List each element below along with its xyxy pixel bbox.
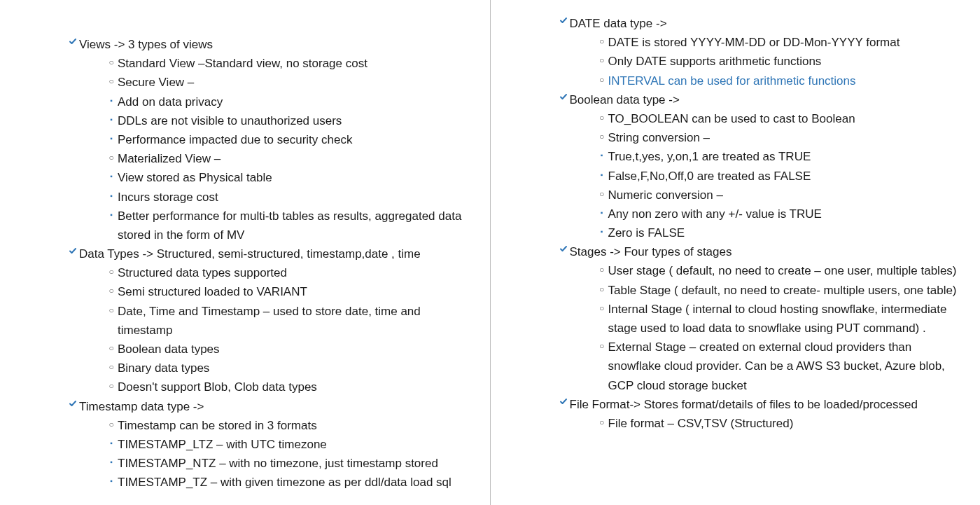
list-item-text: Performance impacted due to security che…	[118, 130, 469, 149]
circle-bullet-icon: ○	[596, 52, 608, 64]
circle-bullet-icon: ○	[105, 340, 118, 352]
square-bullet-icon: ▪	[105, 168, 118, 180]
list-item: ○Materialized View –	[105, 149, 469, 168]
list-item-text: TIMESTAMP_NTZ – with no timezone, just t…	[118, 454, 469, 473]
list-item: ○INTERVAL can be used for arithmetic fun…	[596, 71, 960, 90]
list-item-text: Table Stage ( default, no need to create…	[608, 281, 960, 300]
square-bullet-icon: ▪	[105, 454, 118, 466]
check-icon	[557, 242, 570, 253]
list-item: ○Date, Time and Timestamp – used to stor…	[105, 302, 469, 340]
list-item: ▪TIMESTAMP_TZ – with given timezone as p…	[105, 473, 469, 492]
list-item-text: Timestamp can be stored in 3 formats	[118, 416, 469, 435]
list-item: ○Semi structured loaded to VARIANT	[105, 282, 469, 301]
list-item: ○Boolean data types	[105, 340, 469, 359]
list-item: ○Standard View –Standard view, no storag…	[105, 54, 469, 73]
list-item-text: False,F,No,Off,0 are treated as FALSE	[608, 167, 960, 186]
square-bullet-icon: ▪	[105, 435, 118, 447]
list-item-text: External Stage – created on external clo…	[608, 338, 960, 395]
list-item: ○Structured data types supported	[105, 263, 469, 282]
list-item-text: String conversion –	[608, 128, 960, 147]
circle-bullet-icon: ○	[105, 149, 118, 162]
list-item: ○TO_BOOLEAN can be used to cast to Boole…	[596, 109, 960, 128]
list-item-text: Internal Stage ( internal to cloud hosti…	[608, 300, 960, 338]
list-item-text: Timestamp data type ->	[79, 397, 469, 416]
circle-bullet-icon: ○	[105, 359, 118, 371]
list-item: ○String conversion –	[596, 128, 960, 147]
list-item: Views -> 3 types of views	[66, 35, 469, 54]
circle-bullet-icon: ○	[596, 261, 608, 274]
list-item: ○Secure View –	[105, 73, 469, 92]
list-item: ▪True,t,yes, y,on,1 are treated as TRUE	[596, 147, 960, 166]
list-item: ▪Add on data privacy	[105, 92, 469, 111]
list-item: ○Binary data types	[105, 359, 469, 378]
list-item-text: DDLs are not visible to unauthorized use…	[118, 111, 469, 130]
list-item: ▪DDLs are not visible to unauthorized us…	[105, 111, 469, 130]
list-item: ▪Zero is FALSE	[596, 223, 960, 242]
check-icon	[66, 244, 79, 255]
list-item-text: Incurs storage cost	[118, 188, 469, 207]
square-bullet-icon: ▪	[596, 147, 608, 159]
list-item-text: DATE is stored YYYY-MM-DD or DD-Mon-YYYY…	[608, 33, 960, 52]
square-bullet-icon: ▪	[105, 188, 118, 200]
circle-bullet-icon: ○	[596, 33, 608, 46]
square-bullet-icon: ▪	[596, 167, 608, 179]
list-item-text: File format – CSV,TSV (Structured)	[608, 414, 960, 433]
list-item-text: View stored as Physical table	[118, 168, 469, 187]
list-item: ○Only DATE supports arithmetic functions	[596, 52, 960, 71]
square-bullet-icon: ▪	[105, 207, 118, 219]
list-item-text: File Format-> Stores format/details of f…	[570, 395, 960, 414]
circle-bullet-icon: ○	[105, 416, 118, 429]
list-item-text: Add on data privacy	[118, 92, 469, 111]
list-item-text: Doesn't support Blob, Clob data types	[118, 378, 469, 396]
list-item: ○Timestamp can be stored in 3 formats	[105, 416, 469, 435]
list-item: ○File format – CSV,TSV (Structured)	[596, 414, 960, 433]
square-bullet-icon: ▪	[596, 205, 608, 216]
list-item-text: Boolean data types	[118, 340, 469, 359]
circle-bullet-icon: ○	[596, 109, 608, 122]
list-item-text: TIMESTAMP_TZ – with given timezone as pe…	[118, 473, 469, 492]
list-item: DATE data type ->	[557, 14, 960, 33]
list-item-text: Data Types -> Structured, semi-structure…	[79, 244, 469, 263]
list-item: ▪False,F,No,Off,0 are treated as FALSE	[596, 167, 960, 186]
check-icon	[557, 395, 570, 406]
list-item: ○Numeric conversion –	[596, 186, 960, 205]
list-item-text: Numeric conversion –	[608, 186, 960, 205]
list-item: ○Table Stage ( default, no need to creat…	[596, 281, 960, 300]
list-item-text: TIMESTAMP_LTZ – with UTC timezone	[118, 435, 469, 454]
circle-bullet-icon: ○	[596, 71, 608, 84]
list-item: File Format-> Stores format/details of f…	[557, 395, 960, 414]
list-item-text: Materialized View –	[118, 149, 469, 168]
square-bullet-icon: ▪	[596, 223, 608, 235]
list-item-text: User stage ( default, no need to create …	[608, 261, 960, 280]
circle-bullet-icon: ○	[105, 54, 118, 67]
right-column: DATE data type ->○DATE is stored YYYY-MM…	[491, 0, 981, 505]
list-item: ▪Any non zero with any +/- value is TRUE	[596, 205, 960, 223]
circle-bullet-icon: ○	[105, 73, 118, 85]
check-icon	[66, 35, 79, 46]
square-bullet-icon: ▪	[105, 92, 118, 104]
list-item-text: Any non zero with any +/- value is TRUE	[608, 205, 960, 223]
circle-bullet-icon: ○	[596, 300, 608, 312]
circle-bullet-icon: ○	[105, 378, 118, 390]
list-item: ○DATE is stored YYYY-MM-DD or DD-Mon-YYY…	[596, 33, 960, 52]
list-item: ▪Better performance for multi-tb tables …	[105, 207, 469, 244]
square-bullet-icon: ▪	[105, 111, 118, 123]
list-item-text: DATE data type ->	[570, 14, 960, 33]
circle-bullet-icon: ○	[596, 414, 608, 427]
check-icon	[557, 14, 570, 25]
list-item-text: Zero is FALSE	[608, 223, 960, 242]
list-item-text: True,t,yes, y,on,1 are treated as TRUE	[608, 147, 960, 166]
list-item: Stages -> Four types of stages	[557, 242, 960, 261]
list-item: ▪Incurs storage cost	[105, 188, 469, 207]
circle-bullet-icon: ○	[105, 302, 118, 314]
list-item: Timestamp data type ->	[66, 397, 469, 416]
circle-bullet-icon: ○	[596, 128, 608, 141]
circle-bullet-icon: ○	[596, 186, 608, 198]
list-item-text: Secure View –	[118, 73, 469, 92]
list-item: Boolean data type ->	[557, 90, 960, 109]
left-column: Views -> 3 types of views○Standard View …	[0, 0, 491, 505]
list-item: ▪TIMESTAMP_NTZ – with no timezone, just …	[105, 454, 469, 473]
circle-bullet-icon: ○	[596, 281, 608, 293]
list-item-text: Better performance for multi-tb tables a…	[118, 207, 469, 244]
list-item-text: Date, Time and Timestamp – used to store…	[118, 302, 469, 340]
